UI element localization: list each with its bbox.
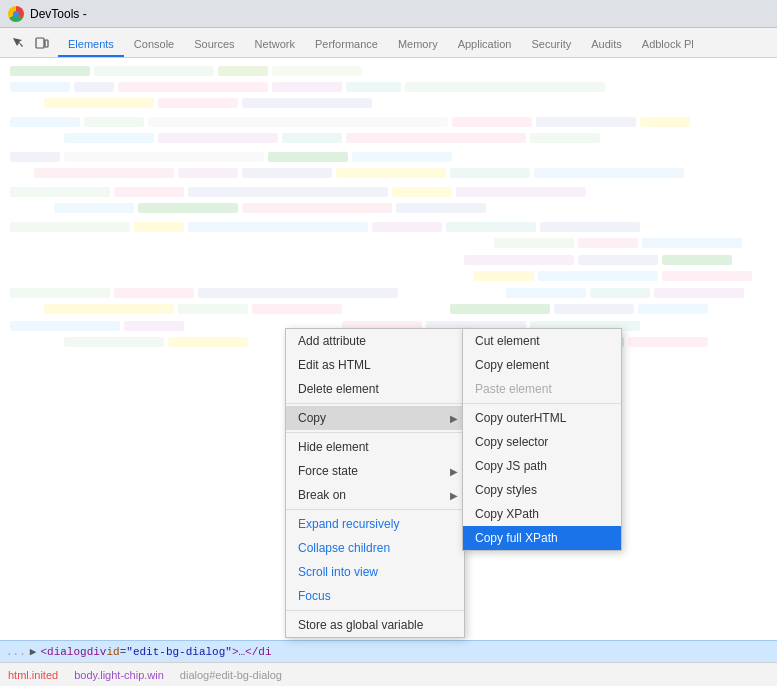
tab-console[interactable]: Console [124, 34, 184, 57]
menu-store-global[interactable]: Store as global variable [286, 613, 464, 637]
menu-force-state[interactable]: Force state ▶ [286, 459, 464, 483]
tab-network[interactable]: Network [245, 34, 305, 57]
submenu-copy-full-xpath[interactable]: Copy full XPath [463, 526, 621, 550]
menu-edit-as-html[interactable]: Edit as HTML [286, 353, 464, 377]
context-menu: Add attribute Edit as HTML Delete elemen… [285, 328, 465, 638]
main-content: ... ▶ < dialog div id = "edit-bg-dialog"… [0, 58, 777, 662]
submenu-copy-xpath[interactable]: Copy XPath [463, 502, 621, 526]
menu-add-attribute[interactable]: Add attribute [286, 329, 464, 353]
menu-focus[interactable]: Focus [286, 584, 464, 608]
status-crumb-dialog[interactable]: dialog#edit-bg-dialog [180, 669, 282, 681]
tab-audits[interactable]: Audits [581, 34, 632, 57]
separator-2 [286, 432, 464, 433]
inspect-icon[interactable] [8, 33, 28, 53]
toolbar-icons [4, 33, 58, 57]
menu-copy[interactable]: Copy ▶ [286, 406, 464, 430]
tab-performance[interactable]: Performance [305, 34, 388, 57]
svg-rect-1 [45, 40, 48, 47]
force-state-submenu-arrow: ▶ [450, 466, 458, 477]
separator-3 [286, 509, 464, 510]
copy-submenu: Cut element Copy element Paste element C… [462, 328, 622, 551]
device-icon[interactable] [32, 33, 52, 53]
menu-collapse-children[interactable]: Collapse children [286, 536, 464, 560]
submenu-cut-element[interactable]: Cut element [463, 329, 621, 353]
submenu-copy-js-path[interactable]: Copy JS path [463, 454, 621, 478]
submenu-copy-element[interactable]: Copy element [463, 353, 621, 377]
submenu-copy-outerhtml[interactable]: Copy outerHTML [463, 406, 621, 430]
status-crumb-html[interactable]: html.inited [8, 669, 58, 681]
break-on-submenu-arrow: ▶ [450, 490, 458, 501]
tab-bar: Elements Console Sources Network Perform… [0, 28, 777, 58]
tab-sources[interactable]: Sources [184, 34, 244, 57]
menu-scroll-into-view[interactable]: Scroll into view [286, 560, 464, 584]
menu-delete-element[interactable]: Delete element [286, 377, 464, 401]
tab-application[interactable]: Application [448, 34, 522, 57]
menu-expand-recursively[interactable]: Expand recursively [286, 512, 464, 536]
devtools-window: DevTools - Elements Console Sources [0, 0, 777, 686]
tab-adblock[interactable]: Adblock Pl [632, 34, 704, 57]
submenu-copy-styles[interactable]: Copy styles [463, 478, 621, 502]
tab-memory[interactable]: Memory [388, 34, 448, 57]
status-crumb-body[interactable]: body.light-chip.win [74, 669, 164, 681]
tab-security[interactable]: Security [521, 34, 581, 57]
menu-break-on[interactable]: Break on ▶ [286, 483, 464, 507]
separator-4 [286, 610, 464, 611]
separator-1 [286, 403, 464, 404]
copy-submenu-arrow: ▶ [450, 413, 458, 424]
status-bar: html.inited body.light-chip.win dialog#e… [0, 662, 777, 686]
title-bar-text: DevTools - [30, 7, 87, 21]
submenu-paste-element[interactable]: Paste element [463, 377, 621, 401]
context-menu-overlay: Add attribute Edit as HTML Delete elemen… [0, 58, 777, 662]
sub-separator-1 [463, 403, 621, 404]
menu-hide-element[interactable]: Hide element [286, 435, 464, 459]
tab-elements[interactable]: Elements [58, 34, 124, 57]
title-bar: DevTools - [0, 0, 777, 28]
chrome-icon [8, 6, 24, 22]
svg-rect-0 [36, 38, 44, 48]
submenu-copy-selector[interactable]: Copy selector [463, 430, 621, 454]
